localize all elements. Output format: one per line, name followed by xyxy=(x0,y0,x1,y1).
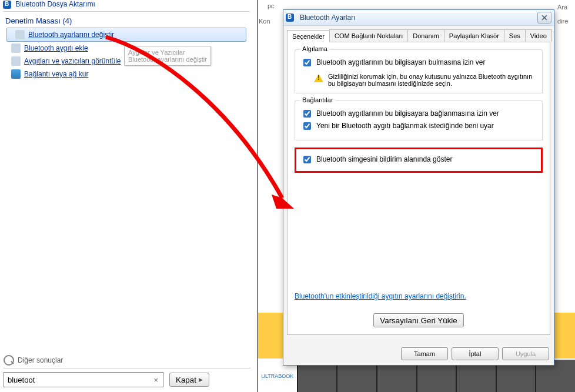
breadcrumb-text: Bluetooth Dosya Aktarımı xyxy=(15,0,95,8)
cancel-button[interactable]: İptal xyxy=(452,347,499,360)
dialog-title: Bluetooth Ayarları xyxy=(300,14,534,22)
chevron-right-icon: ▶ xyxy=(199,377,203,383)
result-item-change-bt-settings[interactable]: Bluetooth ayarlarını değiştir xyxy=(6,28,246,42)
search-icon xyxy=(4,355,14,366)
tab-options[interactable]: Seçenekler xyxy=(287,30,330,42)
titlebar[interactable]: B Bluetooth Ayarları xyxy=(283,10,554,26)
group-title: Algılama xyxy=(300,45,330,52)
network-icon xyxy=(11,69,21,79)
tab-com-ports[interactable]: COM Bağlantı Noktaları xyxy=(329,29,408,42)
close-button[interactable]: Kapat ▶ xyxy=(169,373,209,387)
tab-hardware[interactable]: Donanım xyxy=(407,29,444,42)
annotation-highlight: Bluetooth simgesini bildirim alanında gö… xyxy=(295,148,543,173)
tabstrip: Seçenekler COM Bağlantı Noktaları Donanı… xyxy=(287,29,550,42)
search-input[interactable] xyxy=(6,375,151,385)
checkbox-input[interactable] xyxy=(303,156,311,163)
restore-defaults-button[interactable]: Varsayılanı Geri Yükle xyxy=(373,313,463,327)
device-icon xyxy=(11,43,21,53)
warning-icon xyxy=(314,74,323,82)
bg-text: Ara xyxy=(557,4,567,11)
group-connections: Bağlantılar Bluetooth aygıtlarının bu bi… xyxy=(295,100,543,140)
bluetooth-icon: B xyxy=(286,14,294,22)
results-header: Denetim Masası (4) xyxy=(5,16,250,25)
link-change-adapter-settings[interactable]: Bluetooth'un etkinleştirildiği aygıtın a… xyxy=(295,292,466,300)
bg-text: dire xyxy=(557,18,568,25)
checkbox-input[interactable] xyxy=(303,59,311,66)
printer-icon xyxy=(11,56,21,66)
dialog-footer: Tamam İptal Uygula xyxy=(401,347,549,360)
close-icon[interactable] xyxy=(537,12,551,24)
checkbox-allow-connect[interactable]: Bluetooth aygıtlarının bu bilgisayara ba… xyxy=(301,109,536,119)
breadcrumb: B Bluetooth Dosya Aktarımı Denetim Masas… xyxy=(3,0,250,81)
group-title: Bağlantılar xyxy=(300,96,336,103)
result-link[interactable]: Bluetooth ayarlarını değiştir xyxy=(28,31,114,39)
result-link[interactable]: Bağlantı veya ağ kur xyxy=(24,70,88,78)
other-results-label[interactable]: Diğer sonuçlar xyxy=(4,355,250,366)
search-input-wrapper[interactable]: × xyxy=(4,372,163,387)
settings-icon xyxy=(15,30,25,39)
ok-button[interactable]: Tamam xyxy=(401,347,448,360)
result-link[interactable]: Aygıtları ve yazıcıları görüntüle xyxy=(24,57,121,65)
bluetooth-icon: B xyxy=(3,1,11,9)
search-footer: Diğer sonuçlar × Kapat ▶ xyxy=(4,355,250,387)
tab-content: Algılama Bluetooth aygıtlarının bu bilgi… xyxy=(287,42,550,335)
tab-audio[interactable]: Ses xyxy=(504,29,526,42)
checkbox-input[interactable] xyxy=(303,122,311,130)
tooltip: Aygıtlar ve Yazıcılar Bluetooth ayarları… xyxy=(124,46,211,66)
bg-text: pc xyxy=(268,2,275,9)
result-item-network[interactable]: Bağlantı veya ağ kur xyxy=(3,68,250,81)
tab-video[interactable]: Video xyxy=(525,29,552,42)
checkbox-allow-discovery[interactable]: Bluetooth aygıtlarının bu bilgisayarı bu… xyxy=(301,58,536,68)
group-detection: Algılama Bluetooth aygıtlarının bu bilgi… xyxy=(295,49,543,93)
control-panel-results: B Bluetooth Dosya Aktarımı Denetim Masas… xyxy=(0,0,258,392)
result-link[interactable]: Bluetooth aygıtı ekle xyxy=(24,44,88,52)
apply-button[interactable]: Uygula xyxy=(502,347,549,360)
warning-note: Gizliliğinizi korumak için, bu onay kutu… xyxy=(314,73,536,87)
checkbox-alert-new-device[interactable]: Yeni bir Bluetooth aygıtı bağlanmak iste… xyxy=(301,122,536,132)
checkbox-input[interactable] xyxy=(303,110,311,118)
checkbox-show-tray-icon[interactable]: Bluetooth simgesini bildirim alanında gö… xyxy=(301,155,536,165)
tab-shared-folder[interactable]: Paylaşılan Klasör xyxy=(444,29,504,42)
bg-text: Kon xyxy=(259,18,270,25)
bluetooth-settings-dialog: B Bluetooth Ayarları Seçenekler COM Bağl… xyxy=(283,9,554,366)
clear-search-icon[interactable]: × xyxy=(151,376,161,384)
